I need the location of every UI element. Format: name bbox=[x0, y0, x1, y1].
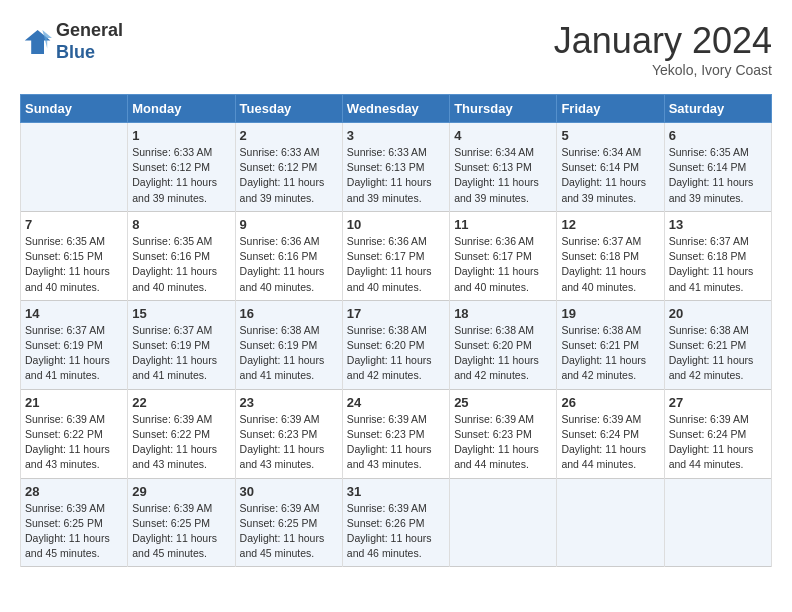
calendar-cell bbox=[21, 123, 128, 212]
calendar-cell: 2Sunrise: 6:33 AM Sunset: 6:12 PM Daylig… bbox=[235, 123, 342, 212]
weekday-header: Friday bbox=[557, 95, 664, 123]
calendar-cell bbox=[450, 478, 557, 567]
calendar-cell bbox=[664, 478, 771, 567]
day-number: 21 bbox=[25, 395, 123, 410]
day-number: 13 bbox=[669, 217, 767, 232]
calendar-cell: 18Sunrise: 6:38 AM Sunset: 6:20 PM Dayli… bbox=[450, 300, 557, 389]
day-number: 16 bbox=[240, 306, 338, 321]
calendar-cell: 16Sunrise: 6:38 AM Sunset: 6:19 PM Dayli… bbox=[235, 300, 342, 389]
cell-content: Sunrise: 6:37 AM Sunset: 6:18 PM Dayligh… bbox=[669, 234, 767, 295]
day-number: 11 bbox=[454, 217, 552, 232]
cell-content: Sunrise: 6:39 AM Sunset: 6:24 PM Dayligh… bbox=[561, 412, 659, 473]
calendar-cell: 7Sunrise: 6:35 AM Sunset: 6:15 PM Daylig… bbox=[21, 211, 128, 300]
calendar-cell: 25Sunrise: 6:39 AM Sunset: 6:23 PM Dayli… bbox=[450, 389, 557, 478]
day-number: 10 bbox=[347, 217, 445, 232]
calendar-cell: 23Sunrise: 6:39 AM Sunset: 6:23 PM Dayli… bbox=[235, 389, 342, 478]
calendar-cell: 30Sunrise: 6:39 AM Sunset: 6:25 PM Dayli… bbox=[235, 478, 342, 567]
day-number: 9 bbox=[240, 217, 338, 232]
day-number: 24 bbox=[347, 395, 445, 410]
day-number: 22 bbox=[132, 395, 230, 410]
calendar-cell bbox=[557, 478, 664, 567]
calendar-week-row: 21Sunrise: 6:39 AM Sunset: 6:22 PM Dayli… bbox=[21, 389, 772, 478]
calendar-cell: 10Sunrise: 6:36 AM Sunset: 6:17 PM Dayli… bbox=[342, 211, 449, 300]
cell-content: Sunrise: 6:39 AM Sunset: 6:23 PM Dayligh… bbox=[347, 412, 445, 473]
cell-content: Sunrise: 6:39 AM Sunset: 6:25 PM Dayligh… bbox=[132, 501, 230, 562]
day-number: 29 bbox=[132, 484, 230, 499]
cell-content: Sunrise: 6:39 AM Sunset: 6:26 PM Dayligh… bbox=[347, 501, 445, 562]
cell-content: Sunrise: 6:36 AM Sunset: 6:17 PM Dayligh… bbox=[454, 234, 552, 295]
cell-content: Sunrise: 6:38 AM Sunset: 6:19 PM Dayligh… bbox=[240, 323, 338, 384]
cell-content: Sunrise: 6:36 AM Sunset: 6:17 PM Dayligh… bbox=[347, 234, 445, 295]
calendar-cell: 9Sunrise: 6:36 AM Sunset: 6:16 PM Daylig… bbox=[235, 211, 342, 300]
cell-content: Sunrise: 6:38 AM Sunset: 6:21 PM Dayligh… bbox=[561, 323, 659, 384]
calendar-cell: 26Sunrise: 6:39 AM Sunset: 6:24 PM Dayli… bbox=[557, 389, 664, 478]
logo-text: General Blue bbox=[56, 20, 123, 63]
calendar-cell: 20Sunrise: 6:38 AM Sunset: 6:21 PM Dayli… bbox=[664, 300, 771, 389]
cell-content: Sunrise: 6:33 AM Sunset: 6:12 PM Dayligh… bbox=[240, 145, 338, 206]
logo-icon bbox=[20, 26, 52, 58]
day-number: 30 bbox=[240, 484, 338, 499]
calendar-week-row: 28Sunrise: 6:39 AM Sunset: 6:25 PM Dayli… bbox=[21, 478, 772, 567]
calendar-cell: 24Sunrise: 6:39 AM Sunset: 6:23 PM Dayli… bbox=[342, 389, 449, 478]
day-number: 18 bbox=[454, 306, 552, 321]
day-number: 7 bbox=[25, 217, 123, 232]
calendar-cell: 13Sunrise: 6:37 AM Sunset: 6:18 PM Dayli… bbox=[664, 211, 771, 300]
calendar-week-row: 7Sunrise: 6:35 AM Sunset: 6:15 PM Daylig… bbox=[21, 211, 772, 300]
day-number: 3 bbox=[347, 128, 445, 143]
calendar-cell: 17Sunrise: 6:38 AM Sunset: 6:20 PM Dayli… bbox=[342, 300, 449, 389]
month-title: January 2024 bbox=[554, 20, 772, 62]
day-number: 1 bbox=[132, 128, 230, 143]
weekday-header: Saturday bbox=[664, 95, 771, 123]
cell-content: Sunrise: 6:39 AM Sunset: 6:24 PM Dayligh… bbox=[669, 412, 767, 473]
title-block: January 2024 Yekolo, Ivory Coast bbox=[554, 20, 772, 78]
calendar-cell: 5Sunrise: 6:34 AM Sunset: 6:14 PM Daylig… bbox=[557, 123, 664, 212]
cell-content: Sunrise: 6:35 AM Sunset: 6:14 PM Dayligh… bbox=[669, 145, 767, 206]
page-header: General Blue January 2024 Yekolo, Ivory … bbox=[20, 20, 772, 78]
logo-general: General bbox=[56, 20, 123, 40]
calendar-cell: 21Sunrise: 6:39 AM Sunset: 6:22 PM Dayli… bbox=[21, 389, 128, 478]
calendar-week-row: 14Sunrise: 6:37 AM Sunset: 6:19 PM Dayli… bbox=[21, 300, 772, 389]
cell-content: Sunrise: 6:35 AM Sunset: 6:16 PM Dayligh… bbox=[132, 234, 230, 295]
weekday-header: Monday bbox=[128, 95, 235, 123]
calendar-cell: 8Sunrise: 6:35 AM Sunset: 6:16 PM Daylig… bbox=[128, 211, 235, 300]
day-number: 25 bbox=[454, 395, 552, 410]
day-number: 20 bbox=[669, 306, 767, 321]
calendar-cell: 29Sunrise: 6:39 AM Sunset: 6:25 PM Dayli… bbox=[128, 478, 235, 567]
cell-content: Sunrise: 6:39 AM Sunset: 6:23 PM Dayligh… bbox=[240, 412, 338, 473]
calendar-week-row: 1Sunrise: 6:33 AM Sunset: 6:12 PM Daylig… bbox=[21, 123, 772, 212]
day-number: 5 bbox=[561, 128, 659, 143]
cell-content: Sunrise: 6:39 AM Sunset: 6:23 PM Dayligh… bbox=[454, 412, 552, 473]
location: Yekolo, Ivory Coast bbox=[554, 62, 772, 78]
cell-content: Sunrise: 6:37 AM Sunset: 6:18 PM Dayligh… bbox=[561, 234, 659, 295]
calendar-cell: 28Sunrise: 6:39 AM Sunset: 6:25 PM Dayli… bbox=[21, 478, 128, 567]
day-number: 28 bbox=[25, 484, 123, 499]
calendar-cell: 22Sunrise: 6:39 AM Sunset: 6:22 PM Dayli… bbox=[128, 389, 235, 478]
day-number: 4 bbox=[454, 128, 552, 143]
calendar-cell: 31Sunrise: 6:39 AM Sunset: 6:26 PM Dayli… bbox=[342, 478, 449, 567]
calendar-cell: 3Sunrise: 6:33 AM Sunset: 6:13 PM Daylig… bbox=[342, 123, 449, 212]
calendar-table: SundayMondayTuesdayWednesdayThursdayFrid… bbox=[20, 94, 772, 567]
cell-content: Sunrise: 6:38 AM Sunset: 6:20 PM Dayligh… bbox=[454, 323, 552, 384]
calendar-cell: 14Sunrise: 6:37 AM Sunset: 6:19 PM Dayli… bbox=[21, 300, 128, 389]
cell-content: Sunrise: 6:38 AM Sunset: 6:21 PM Dayligh… bbox=[669, 323, 767, 384]
weekday-header: Wednesday bbox=[342, 95, 449, 123]
day-number: 27 bbox=[669, 395, 767, 410]
cell-content: Sunrise: 6:38 AM Sunset: 6:20 PM Dayligh… bbox=[347, 323, 445, 384]
weekday-header: Thursday bbox=[450, 95, 557, 123]
cell-content: Sunrise: 6:39 AM Sunset: 6:22 PM Dayligh… bbox=[132, 412, 230, 473]
cell-content: Sunrise: 6:36 AM Sunset: 6:16 PM Dayligh… bbox=[240, 234, 338, 295]
calendar-cell: 19Sunrise: 6:38 AM Sunset: 6:21 PM Dayli… bbox=[557, 300, 664, 389]
day-number: 26 bbox=[561, 395, 659, 410]
calendar-cell: 1Sunrise: 6:33 AM Sunset: 6:12 PM Daylig… bbox=[128, 123, 235, 212]
logo-blue: Blue bbox=[56, 42, 95, 62]
calendar-cell: 15Sunrise: 6:37 AM Sunset: 6:19 PM Dayli… bbox=[128, 300, 235, 389]
day-number: 17 bbox=[347, 306, 445, 321]
cell-content: Sunrise: 6:35 AM Sunset: 6:15 PM Dayligh… bbox=[25, 234, 123, 295]
cell-content: Sunrise: 6:34 AM Sunset: 6:13 PM Dayligh… bbox=[454, 145, 552, 206]
day-number: 14 bbox=[25, 306, 123, 321]
calendar-cell: 12Sunrise: 6:37 AM Sunset: 6:18 PM Dayli… bbox=[557, 211, 664, 300]
cell-content: Sunrise: 6:33 AM Sunset: 6:12 PM Dayligh… bbox=[132, 145, 230, 206]
day-number: 19 bbox=[561, 306, 659, 321]
calendar-cell: 6Sunrise: 6:35 AM Sunset: 6:14 PM Daylig… bbox=[664, 123, 771, 212]
weekday-header: Sunday bbox=[21, 95, 128, 123]
